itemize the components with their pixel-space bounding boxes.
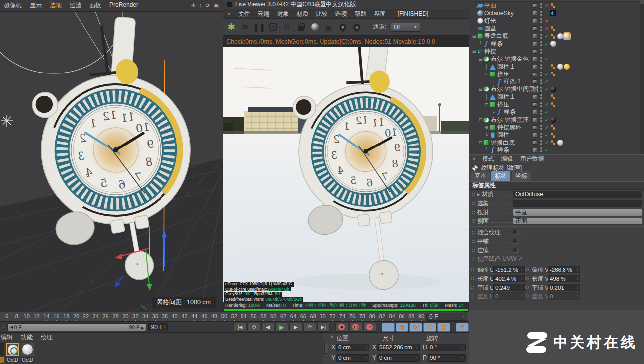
mat-menu-功能[interactable]: 功能 [21,333,33,342]
focus-picker-icon[interactable]: P [338,22,347,32]
object-row[interactable]: ├ 圆柱.1 [469,93,644,101]
object-row[interactable]: 平面 ✕ [469,2,644,9]
size-field[interactable]: 5652.286 cm↕ [377,344,420,351]
tag-orangedots[interactable] [550,71,556,77]
uv-field[interactable]: 0↕ [548,292,580,300]
material-thumbnail-partial[interactable]: [ [0,343,4,363]
enable-state[interactable]: ✓ [544,109,550,115]
tree-toggle[interactable]: └ [490,79,496,84]
visibility-dots[interactable] [540,94,542,99]
record-rotation-icon[interactable]: ⟳ [409,323,422,332]
tag-black[interactable] [550,117,556,123]
prev-frame-icon[interactable]: ◀ [261,323,274,332]
viewport-menu-摄像机[interactable]: 摄像机 [4,1,22,10]
checkbox[interactable] [513,239,518,244]
visibility-dots[interactable] [540,133,542,138]
object-row[interactable]: └ 圆柱 ✓ [469,131,644,139]
object-row[interactable]: ├ 圆柱.1 [469,63,644,70]
visibility-dots[interactable] [540,147,542,152]
tag-orangedots[interactable] [550,132,556,138]
layer-toggle[interactable] [533,57,537,61]
enable-state[interactable]: ✓ [544,79,550,84]
visibility-dots[interactable] [540,26,542,31]
range-end-arrow[interactable]: ▶ [141,326,144,330]
uv-field[interactable]: -151.2 %↕ [493,266,525,273]
record-scale-icon[interactable]: ▣ [396,323,408,332]
enable-state[interactable]: ✓ [544,147,550,153]
layer-toggle[interactable] [533,102,537,107]
end-frame-field[interactable]: 90 F↕ [148,323,168,331]
range-start-arrow[interactable]: ◀ [10,325,13,329]
keyframe-dot-icon[interactable] [525,268,529,271]
keyframe-dot-icon[interactable] [472,240,475,243]
side-dropdown[interactable]: 正面 [513,218,642,225]
tag-orangedots[interactable] [550,102,556,108]
pause-icon[interactable]: ❚❚ [254,22,264,32]
keyframe-dot-icon[interactable] [525,286,529,289]
layer-toggle[interactable] [533,34,537,38]
visibility-dots[interactable] [540,57,542,62]
am-menu-编辑[interactable]: 编辑 [501,155,513,163]
layer-toggle[interactable] [533,118,537,122]
object-row[interactable]: OctaneSky [469,9,644,17]
layer-toggle[interactable] [533,11,537,15]
material-thumbnail[interactable]: OctD [21,343,34,363]
tag-orangedots[interactable] [550,64,556,70]
viewport-menu-过滤[interactable]: 过滤 [70,1,81,10]
tag-orangedots[interactable] [550,33,556,39]
tag-orangedots[interactable] [550,124,556,130]
refresh-icon[interactable]: ⟳ [241,22,250,32]
object-manager-scrollbar[interactable] [640,0,644,154]
visibility-dots[interactable] [540,125,542,130]
layer-toggle[interactable] [533,49,537,54]
lv-menu-帮助[interactable]: 帮助 [355,10,367,18]
visibility-dots[interactable] [540,117,542,122]
keyframe-dot-icon[interactable] [471,294,474,298]
mat-menu-纹理[interactable]: 纹理 [41,333,53,342]
rotation-field[interactable]: 90 °↕ [428,354,466,362]
keyframe-dot-icon[interactable] [471,268,474,271]
tab-基本[interactable]: 基本 [471,171,490,181]
tree-toggle[interactable]: ⊟ [471,49,477,54]
keyframe-dot-icon[interactable] [471,277,474,280]
enable-state[interactable]: ✓ [544,102,550,107]
enable-state[interactable]: ✓ [544,125,550,130]
viewport-menu-ProRender[interactable]: ProRender [109,1,138,10]
keyframe-selection-icon[interactable]: ? [363,323,376,332]
tab-标签[interactable]: 标签 [491,171,510,181]
size-field[interactable]: 0 cm↕ [377,354,420,362]
tag-orangedots[interactable] [550,94,556,100]
am-menu-模式[interactable]: 模式 [483,155,494,163]
record-position-icon[interactable]: ✛ [382,323,395,332]
layer-toggle[interactable] [533,26,537,31]
visibility-dots[interactable] [540,34,542,39]
visibility-dots[interactable] [540,49,542,54]
channel-dropdown[interactable]: DL ▼ [391,23,420,32]
object-row[interactable]: ⊟ L° 钟摆 [469,48,644,55]
object-row[interactable]: ⊟ 布尔-钟摆中间黑条 ✓ [469,85,644,93]
tree-toggle[interactable]: ├ [484,94,489,99]
rotation-field[interactable]: 0 °↕ [428,344,466,351]
tree-toggle[interactable]: └ [484,133,489,138]
enable-state[interactable]: ✓ [544,72,550,77]
material-picker-icon[interactable] [310,22,320,32]
enable-state[interactable]: ✕ [544,18,550,24]
visibility-dots[interactable] [540,3,542,8]
lv-menu-材质[interactable]: 材质 [297,10,309,18]
layer-toggle[interactable] [533,133,537,137]
layer-toggle[interactable] [533,79,537,84]
keyframe-dot-icon[interactable] [472,219,475,223]
object-row[interactable]: ⊟ 布尔-钟摆黑环 ✓ [469,116,644,123]
visibility-dots[interactable] [540,79,542,84]
enable-state[interactable]: ✓ [544,33,550,39]
restart-icon[interactable]: R [268,22,278,32]
tag-white[interactable] [557,64,563,70]
object-row[interactable]: 圆盘 ✕ [469,25,644,32]
pan-view-icon[interactable]: ✛ [191,2,196,9]
viewport-menu-显示[interactable]: 显示 [30,1,42,10]
play-loop-icon[interactable]: ⟳ [303,323,316,332]
record-keyframe-icon[interactable]: ◆ [335,323,348,332]
goto-end-icon[interactable]: ▶| [317,323,330,332]
tag-white_sel[interactable] [564,33,570,39]
object-row[interactable]: └ ∫ 样条 ✓ [469,108,644,116]
